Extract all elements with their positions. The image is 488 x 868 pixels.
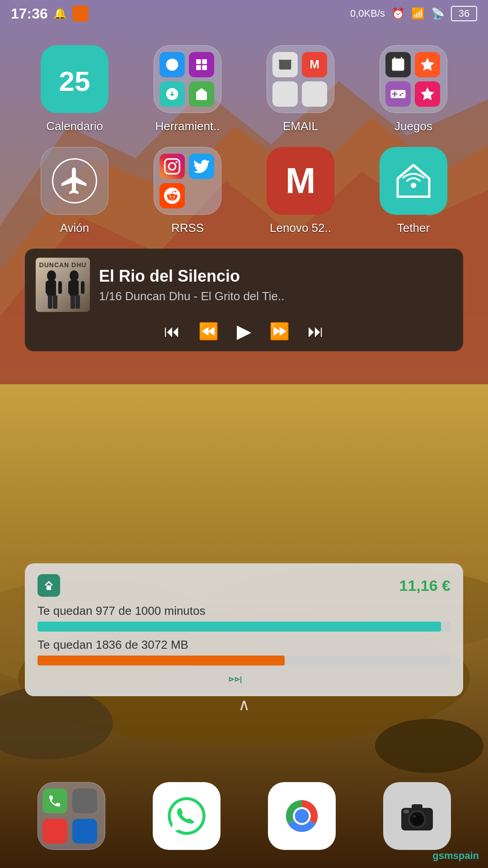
chrome-icon: [268, 782, 336, 850]
app-calendario[interactable]: 25 Calendario: [18, 45, 131, 133]
lenovo-icon: M: [267, 147, 334, 215]
music-info: El Rio del Silencio 1/16 Duncan Dhu - El…: [99, 267, 452, 303]
rrss-label: RRSS: [171, 221, 204, 235]
svg-point-17: [411, 183, 416, 188]
folder-mini-3: [160, 81, 185, 107]
svg-point-38: [295, 809, 309, 823]
minutes-row: Te quedan 977 de 1000 minutos: [38, 604, 450, 632]
app-juegos[interactable]: Juegos: [357, 45, 470, 133]
widget-brand-label: ⊳⊳|: [226, 672, 262, 688]
herramientas-icon: [154, 45, 221, 113]
juegos-label: Juegos: [394, 119, 432, 133]
dock-chrome[interactable]: [249, 782, 355, 850]
camera-icon: [383, 782, 451, 850]
skip-fwd2-button[interactable]: ⏭: [308, 322, 324, 341]
status-left: 17:36 🔔: [11, 5, 89, 22]
folder-mini-1: [160, 52, 185, 77]
battery-indicator: 36: [451, 6, 477, 21]
orange-app-icon: [72, 5, 89, 22]
email-label: EMAIL: [283, 119, 318, 133]
avion-label: Avión: [60, 221, 89, 235]
svg-rect-44: [412, 804, 422, 809]
svg-rect-20: [46, 281, 49, 294]
avion-circle: [52, 158, 97, 203]
alarm-icon: ⏰: [391, 7, 405, 20]
app-avion[interactable]: Avión: [18, 147, 131, 235]
widget-card: 11,16 € Te quedan 977 de 1000 minutos Te…: [25, 563, 463, 696]
music-player: DUNCAN DHU El Rio del Silencio: [25, 249, 463, 351]
juegos-mini-2: [415, 52, 440, 77]
svg-point-43: [413, 815, 416, 818]
svg-point-9: [375, 719, 483, 773]
dock-phone-folder[interactable]: [18, 782, 124, 850]
dock: [0, 782, 488, 850]
music-top: DUNCAN DHU El Rio del Silencio: [36, 258, 452, 312]
email-icon: M: [267, 45, 334, 113]
email-mini-4: [302, 81, 327, 107]
svg-point-42: [412, 814, 422, 825]
email-mini-2: M: [302, 52, 327, 77]
album-art: DUNCAN DHU: [36, 258, 90, 312]
signal-icon: 📶: [411, 7, 425, 20]
mb-progress-bg: [38, 656, 450, 665]
folder-mini-2: [189, 52, 214, 77]
svg-point-18: [47, 270, 56, 281]
folder-mini-4: [189, 81, 214, 107]
play-button[interactable]: ▶: [237, 320, 251, 342]
svg-rect-28: [70, 295, 75, 309]
email-mini-1: [272, 52, 298, 77]
gsmspain-badge: gsmspain: [432, 850, 479, 862]
juegos-mini-3: [385, 81, 411, 107]
minutes-text: Te quedan 977 de 1000 minutos: [38, 604, 450, 618]
svg-rect-12: [202, 59, 207, 64]
app-herramientas[interactable]: Herramient..: [131, 45, 244, 133]
chevron-up-icon: ∧: [238, 695, 250, 714]
status-time: 17:36: [11, 5, 48, 22]
song-title: El Rio del Silencio: [99, 267, 452, 286]
tether-icon: [380, 147, 447, 215]
svg-point-24: [70, 270, 79, 281]
lenovo-label: Lenovo 52..: [270, 221, 331, 235]
svg-text:⊳⊳|: ⊳⊳|: [228, 675, 242, 683]
music-controls: ⏮ ⏪ ▶ ⏩ ⏭: [36, 320, 452, 342]
skip-back2-button[interactable]: ⏮: [164, 322, 180, 341]
avion-icon: [41, 147, 108, 215]
juegos-mini-1: [385, 52, 411, 77]
mb-text: Te quedan 1836 de 3072 MB: [38, 638, 450, 652]
notification-icon: 🔔: [53, 7, 67, 20]
minutes-progress-bg: [38, 622, 450, 632]
widget-footer: ⊳⊳|: [38, 672, 450, 688]
calendario-icon: 25: [41, 45, 108, 113]
rrss-mini-twitter: [189, 154, 214, 179]
phone-folder-icon: [38, 782, 105, 850]
wifi-icon: 📡: [431, 7, 445, 20]
widget-header: 11,16 €: [38, 574, 450, 597]
dock-camera[interactable]: [364, 782, 470, 850]
rrss-icon: [154, 147, 221, 215]
juegos-mini-4: [415, 81, 440, 107]
song-meta: 1/16 Duncan Dhu - El Grito del Tie..: [99, 289, 452, 303]
minutes-progress-fill: [38, 622, 441, 632]
calendario-label: Calendario: [46, 119, 103, 133]
app-email[interactable]: M EMAIL: [244, 45, 357, 133]
dock-whatsapp[interactable]: [133, 782, 239, 850]
svg-rect-14: [202, 65, 207, 70]
rrss-mini-instagram: [160, 154, 185, 179]
svg-marker-16: [421, 58, 434, 71]
app-lenovo[interactable]: M Lenovo 52..: [244, 147, 357, 235]
app-rrss[interactable]: RRSS: [131, 147, 244, 235]
swipe-up-handle[interactable]: ∧: [238, 695, 250, 714]
tether-label: Tether: [397, 221, 430, 235]
svg-rect-31: [47, 585, 51, 590]
calendar-day: 25: [59, 67, 90, 95]
skip-back-button[interactable]: ⏪: [198, 322, 219, 341]
mb-row: Te quedan 1836 de 3072 MB: [38, 638, 450, 665]
app-tether[interactable]: Tether: [357, 147, 470, 235]
app-grid: 25 Calendario Herramient..: [0, 36, 488, 244]
network-speed: 0,0KB/s: [350, 8, 385, 19]
m-letter: M: [286, 160, 316, 202]
status-bar: 17:36 🔔 0,0KB/s ⏰ 📶 📡 36: [0, 0, 488, 27]
skip-fwd-button[interactable]: ⏩: [269, 322, 290, 341]
dock-mini-3: [42, 819, 67, 844]
svg-rect-11: [196, 59, 201, 64]
